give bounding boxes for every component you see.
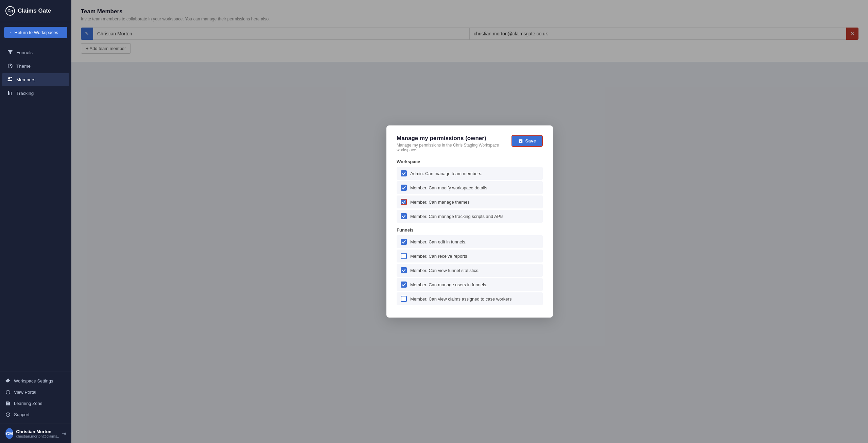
save-label: Save (525, 138, 536, 143)
permission-checkbox[interactable] (401, 170, 407, 176)
permission-row: Member. Can manage users in funnels. (397, 278, 543, 291)
permission-label: Member. Can manage tracking scripts and … (410, 214, 504, 219)
permission-label: Member. Can modify workspace details. (410, 185, 488, 190)
permission-checkbox[interactable] (401, 267, 407, 273)
theme-icon (7, 63, 13, 69)
funnels-permissions: Member. Can edit in funnels.Member. Can … (397, 235, 543, 305)
funnels-section: Funnels Member. Can edit in funnels.Memb… (397, 227, 543, 305)
modal-title: Manage my permissions (owner) (397, 135, 511, 142)
save-button[interactable]: Save (511, 135, 543, 147)
workspace-section-label: Workspace (397, 159, 543, 164)
permission-row: Admin. Can manage team members. (397, 167, 543, 180)
members-icon (7, 77, 13, 82)
permission-label: Member. Can edit in funnels. (410, 239, 466, 244)
svg-text:?: ? (7, 413, 9, 416)
permission-row: Member. Can edit in funnels. (397, 235, 543, 248)
sidebar-user: CM Christian Morton christian.morton@cla… (0, 424, 71, 443)
save-icon (518, 139, 523, 143)
tracking-icon (7, 90, 13, 96)
modal-overlay: Manage my permissions (owner) Manage my … (71, 0, 868, 443)
funnels-icon (7, 50, 13, 55)
book-icon (5, 401, 11, 406)
learning-zone-label: Learning Zone (14, 401, 42, 406)
modal-title-block: Manage my permissions (owner) Manage my … (397, 135, 511, 152)
permission-label: Member. Can manage themes (410, 200, 470, 205)
permission-checkbox[interactable] (401, 282, 407, 288)
sidebar-item-support[interactable]: ? Support (0, 409, 71, 420)
permission-row: Member. Can manage themes (397, 195, 543, 208)
support-label: Support (14, 412, 30, 417)
support-icon: ? (5, 412, 11, 417)
sidebar-item-theme[interactable]: Theme (2, 59, 69, 72)
permission-label: Member. Can view funnel statistics. (410, 268, 480, 273)
sidebar-item-funnels[interactable]: Funnels (2, 46, 69, 59)
view-portal-label: View Portal (14, 390, 36, 395)
permission-checkbox[interactable] (401, 199, 407, 205)
permission-label: Member. Can manage users in funnels. (410, 282, 487, 287)
permission-checkbox[interactable] (401, 185, 407, 191)
sidebar-item-members[interactable]: Members (2, 73, 69, 86)
sidebar-item-label: Tracking (16, 91, 34, 96)
user-email: christian.morton@claims.. (16, 434, 59, 438)
sidebar-nav: Funnels Theme Members Tracking (0, 43, 71, 372)
sidebar-item-learning-zone[interactable]: Learning Zone (0, 398, 71, 409)
permission-checkbox[interactable] (401, 296, 407, 302)
modal-header: Manage my permissions (owner) Manage my … (397, 135, 543, 152)
sidebar-item-label: Funnels (16, 50, 33, 55)
permission-row: Member. Can receive reports (397, 250, 543, 262)
sidebar-item-label: Theme (16, 64, 31, 69)
user-initials: CM (6, 431, 13, 436)
workspace-permissions: Admin. Can manage team members.Member. C… (397, 167, 543, 223)
main-content: Team Members Invite team members to coll… (71, 0, 868, 443)
sidebar-item-workspace-settings[interactable]: Workspace Settings (0, 375, 71, 387)
logout-icon[interactable]: ⇥ (62, 431, 66, 436)
sidebar-bottom-nav: Workspace Settings View Portal Learning … (0, 372, 71, 424)
permission-row: Member. Can modify workspace details. (397, 181, 543, 194)
permission-row: Member. Can view claims assigned to case… (397, 292, 543, 305)
sidebar-item-label: Members (16, 77, 35, 82)
user-info: Christian Morton christian.morton@claims… (16, 429, 59, 438)
permission-row: Member. Can manage tracking scripts and … (397, 210, 543, 223)
funnels-section-label: Funnels (397, 227, 543, 233)
sidebar: Cg Claims Gate ← Return to Workspaces Fu… (0, 0, 71, 443)
permission-label: Member. Can receive reports (410, 254, 467, 259)
permission-checkbox[interactable] (401, 239, 407, 245)
app-title: Claims Gate (18, 7, 51, 14)
return-to-workspaces-button[interactable]: ← Return to Workspaces (4, 27, 67, 38)
user-name: Christian Morton (16, 429, 59, 434)
gear-icon (5, 378, 11, 384)
permissions-modal: Manage my permissions (owner) Manage my … (386, 125, 553, 318)
permission-row: Member. Can view funnel statistics. (397, 264, 543, 277)
user-avatar: CM (5, 428, 13, 439)
permission-label: Admin. Can manage team members. (410, 171, 482, 176)
modal-subtitle: Manage my permissions in the Chris Stagi… (397, 143, 511, 152)
sidebar-logo: Cg Claims Gate (0, 0, 71, 22)
logo-icon: Cg (5, 6, 15, 16)
portal-icon (5, 390, 11, 395)
return-label: ← Return to Workspaces (9, 30, 58, 35)
workspace-settings-label: Workspace Settings (14, 378, 53, 384)
permission-checkbox[interactable] (401, 213, 407, 219)
sidebar-item-tracking[interactable]: Tracking (2, 87, 69, 100)
permission-checkbox[interactable] (401, 253, 407, 259)
sidebar-item-view-portal[interactable]: View Portal (0, 387, 71, 398)
permission-label: Member. Can view claims assigned to case… (410, 296, 511, 302)
